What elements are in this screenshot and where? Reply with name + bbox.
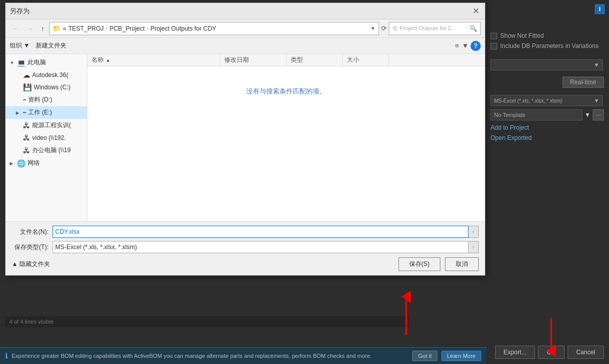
sidebar-item-this-pc[interactable]: ▼ 💻 此电脑 [6, 56, 87, 69]
include-db-params-checkbox[interactable] [490, 43, 497, 50]
search-box[interactable]: 在 Project Outputs for C... 🔍 [389, 22, 481, 35]
filetype-label: 保存类型(T): [12, 243, 53, 252]
sidebar-label-data-d: 资料 (D:) [28, 95, 52, 104]
dialog-title-bar: 另存为 ✕ [6, 3, 485, 19]
template-select[interactable]: No Template [490, 109, 582, 120]
sidebar-label-windows-c: Windows (C:) [34, 84, 71, 91]
hide-folders-button[interactable]: ▲ 隐藏文件夹 [12, 260, 50, 269]
sidebar-label-this-pc: 此电脑 [28, 58, 46, 67]
sidebar-item-windows-c[interactable]: 💾 Windows (C:) [6, 81, 87, 93]
notification-icon: ℹ [5, 352, 8, 360]
filename-input[interactable] [53, 226, 469, 238]
sidebar-label-work-e: 工作 (E:) [28, 108, 52, 117]
path-folder-icon: 📁 [53, 25, 61, 32]
include-db-params-label: Include DB Parameters in Variations [500, 42, 599, 50]
show-not-fitted-label: Show Not Fitted [500, 32, 544, 39]
realtime-button[interactable]: Real-time [563, 77, 604, 88]
search-placeholder: 在 Project Outputs for C... [392, 25, 457, 32]
filetype-select[interactable]: MS-Excel (*.xls, *.xlsx, *.xlsm) [53, 241, 469, 253]
export-button[interactable]: Export... [495, 346, 535, 359]
sidebar-item-energy[interactable]: 🖧 能源工程实训( [6, 119, 87, 132]
dialog-action-row: ▲ 隐藏文件夹 保存(S) 取消 [12, 257, 479, 271]
sidebar-label-office: 办公电脑 (\\19 [32, 146, 71, 155]
dialog-title: 另存为 [10, 7, 30, 16]
col-header-size[interactable]: 大小 [343, 54, 389, 66]
refresh-button[interactable]: ⟳ [381, 25, 387, 32]
up-button[interactable]: ↑ [38, 23, 47, 34]
organize-button[interactable]: 组织 ▼ [10, 41, 30, 50]
col-header-date[interactable]: 修改日期 [220, 54, 287, 66]
path-bar[interactable]: 📁 « TEST_PROJ › PCB_Project › Project Ou… [49, 22, 379, 35]
sidebar-label-network: 网络 [28, 159, 40, 167]
sidebar-item-video[interactable]: 🖧 video (\\192. [6, 132, 87, 144]
notification-text: Experience greater BOM editing capabilit… [12, 353, 408, 359]
save-as-dialog: 另存为 ✕ ← → ↑ 📁 « TEST_PROJ › PCB_Project … [5, 3, 485, 276]
dialog-save-cancel: 保存(S) 取消 [399, 257, 479, 271]
dialog-main: ▼ 💻 此电脑 ☁ Autodesk 36( 💾 Windows (C:) ━ … [6, 54, 485, 221]
path-segment-4[interactable]: Project Outputs for CDY [150, 25, 216, 32]
panel-dropdown2[interactable]: MS-Excel (*.xls, *.xlsx, *.xlsm) ▼ [490, 95, 603, 106]
path-segment-3[interactable]: PCB_Project [109, 25, 145, 32]
sidebar-item-office[interactable]: 🖧 办公电脑 (\\19 [6, 144, 87, 157]
open-exported-link[interactable]: Open Exported [490, 133, 604, 143]
dialog-toolbar2: 组织 ▼ 新建文件夹 ≡ ▼ ? [6, 38, 485, 54]
show-not-fitted-row: Show Not Fitted [490, 31, 604, 41]
expand-arrow: ▼ [10, 60, 15, 65]
search-icon: 🔍 [470, 25, 477, 32]
info-icon[interactable]: i [595, 4, 605, 14]
path-segment-2[interactable]: TEST_PROJ [68, 25, 104, 32]
back-button[interactable]: ← [10, 23, 22, 34]
filetype-dropdown-btn[interactable]: ▼ [469, 241, 479, 253]
learn-more-button[interactable]: Learn More [441, 351, 481, 361]
path-segment-1[interactable]: « [63, 25, 66, 32]
show-not-fitted-checkbox[interactable] [490, 33, 497, 39]
red-arrow-up [393, 292, 419, 337]
col-header-type[interactable]: 类型 [287, 54, 343, 66]
dialog-bottom: 文件名(N): ▼ 保存类型(T): MS-Excel (*.xls, *.xl… [6, 221, 485, 275]
sidebar-item-data-d[interactable]: ━ 资料 (D:) [6, 93, 87, 106]
panel-dropdown1[interactable]: ▼ [490, 59, 603, 70]
dialog-sidebar: ▼ 💻 此电脑 ☁ Autodesk 36( 💾 Windows (C:) ━ … [6, 54, 87, 221]
filetype-row: 保存类型(T): MS-Excel (*.xls, *.xlsx, *.xlsm… [12, 241, 479, 253]
help-button[interactable]: ? [471, 41, 481, 51]
right-panel: i Show Not Fitted Include DB Parameters … [485, 0, 609, 364]
dialog-close-button[interactable]: ✕ [471, 6, 481, 16]
sidebar-label-autodesk: Autodesk 36( [32, 71, 68, 79]
dialog-address-toolbar: ← → ↑ 📁 « TEST_PROJ › PCB_Project › Proj… [6, 19, 485, 38]
sidebar-label-energy: 能源工程实训( [32, 121, 71, 130]
path-dropdown-button[interactable]: ▼ [370, 26, 376, 31]
dialog-filelist: 名称 ▲ 修改日期 类型 大小 没有与搜索条件匹配的项。 [87, 54, 485, 221]
sidebar-item-work-e[interactable]: ▶ ━ 工作 (E:) [6, 106, 87, 119]
filelist-header: 名称 ▲ 修改日期 类型 大小 [87, 54, 485, 66]
sidebar-item-autodesk[interactable]: ☁ Autodesk 36( [6, 69, 87, 81]
add-to-project-link[interactable]: Add to Project [490, 123, 604, 133]
filename-label: 文件名(N): [12, 228, 53, 236]
bottom-right-buttons: Export... OK Cancel [495, 346, 604, 359]
include-db-params-row: Include DB Parameters in Variations [490, 41, 604, 51]
cancel-dialog-button[interactable]: 取消 [445, 257, 479, 271]
forward-button[interactable]: → [24, 23, 36, 34]
sidebar-item-network[interactable]: ▶ 🌐 网络 [6, 157, 87, 169]
template-row: No Template ▼ ··· [490, 109, 604, 120]
save-button[interactable]: 保存(S) [399, 257, 440, 271]
view-list-button[interactable]: ≡ [454, 41, 460, 51]
view-dropdown-button[interactable]: ▼ [461, 41, 470, 51]
got-it-button[interactable]: Got it [412, 351, 437, 361]
ok-button[interactable]: OK [538, 346, 564, 359]
template-options-btn[interactable]: ··· [593, 109, 604, 120]
view-buttons: ≡ ▼ ? [454, 41, 481, 51]
bottom-cancel-button[interactable]: Cancel [568, 346, 604, 359]
sidebar-label-video: video (\\192. [32, 134, 66, 141]
col-header-name[interactable]: 名称 ▲ [87, 54, 220, 66]
filename-row: 文件名(N): ▼ [12, 226, 479, 238]
filename-dropdown-btn[interactable]: ▼ [469, 226, 479, 238]
notification-bar: ℹ Experience greater BOM editing capabil… [0, 347, 486, 364]
lines-visible-text: 4 of 4 lines visible [9, 319, 54, 325]
empty-message: 没有与搜索条件匹配的项。 [87, 66, 485, 116]
new-folder-button[interactable]: 新建文件夹 [36, 41, 66, 50]
